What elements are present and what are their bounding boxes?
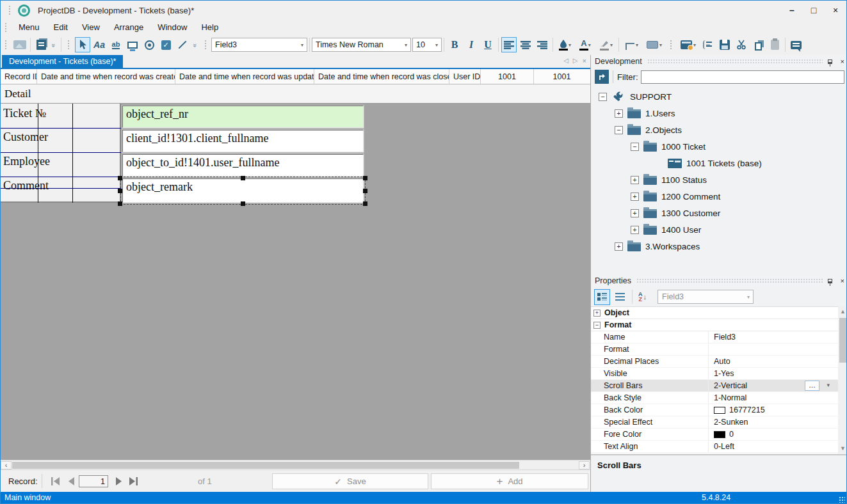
- radio-tool-button[interactable]: [141, 37, 157, 52]
- list-view-button[interactable]: [612, 289, 628, 305]
- combobox-tool-button[interactable]: [125, 37, 140, 52]
- property-row-scroll-bars[interactable]: Scroll Bars 2-Vertical … ▾: [591, 380, 839, 392]
- property-group-format[interactable]: − Format: [591, 319, 839, 331]
- close-button[interactable]: ×: [825, 1, 846, 20]
- column-header-created[interactable]: Date and time when record was created: [37, 69, 175, 84]
- properties-scrollbar[interactable]: ▲ ▼: [838, 306, 847, 453]
- tree-item-users[interactable]: + 1.Users: [591, 105, 847, 122]
- tree-item-1400-user[interactable]: + 1400 User: [591, 221, 847, 238]
- property-value[interactable]: Auto: [709, 357, 839, 366]
- copy-button[interactable]: [750, 37, 766, 52]
- tree-item-support[interactable]: − SUPPORT: [591, 88, 847, 105]
- paste-button[interactable]: [767, 37, 782, 52]
- form-design-canvas[interactable]: Ticket № Customer Employee Comment objec…: [1, 104, 590, 460]
- column-header-record-id[interactable]: Record ID: [1, 69, 37, 84]
- form-label-customer[interactable]: Customer: [3, 130, 48, 144]
- outline-group-button[interactable]: [700, 37, 716, 52]
- scroll-down-icon[interactable]: ▼: [838, 443, 847, 453]
- tab-scroll-right-icon[interactable]: ▷: [573, 57, 578, 65]
- property-row-format[interactable]: Format: [591, 343, 839, 356]
- property-row-text-align[interactable]: Text Align 0-Left: [591, 441, 839, 453]
- align-right-button[interactable]: [535, 37, 550, 52]
- selection-handle-ne[interactable]: [363, 176, 367, 180]
- add-record-button[interactable]: + Add: [431, 473, 588, 489]
- tree-item-1000-ticket[interactable]: − 1000 Ticket: [591, 138, 847, 155]
- scroll-up-icon[interactable]: ▲: [838, 306, 847, 317]
- categorized-view-button[interactable]: [594, 289, 610, 305]
- align-left-button[interactable]: [501, 37, 517, 52]
- selection-handle-w[interactable]: [118, 189, 122, 193]
- object-selector-combo[interactable]: Field3 ▾: [657, 290, 754, 304]
- collapse-expander-icon[interactable]: −: [593, 322, 601, 329]
- form-label-comment[interactable]: Comment: [3, 179, 49, 193]
- align-center-button[interactable]: [518, 37, 533, 52]
- textbox-tool-button[interactable]: ab: [108, 37, 124, 52]
- selection-handle-se[interactable]: [363, 201, 367, 206]
- property-value[interactable]: 2-Sunken: [709, 418, 839, 427]
- collapse-expander-icon[interactable]: −: [615, 126, 623, 134]
- expand-expander-icon[interactable]: +: [615, 109, 623, 118]
- tab-scroll-left-icon[interactable]: ◁: [563, 57, 569, 65]
- maximize-button[interactable]: □: [803, 1, 825, 20]
- column-header-1001-a[interactable]: 1001: [481, 69, 534, 84]
- select-cursor-button[interactable]: [75, 37, 90, 52]
- tab-close-icon[interactable]: ×: [583, 57, 586, 65]
- previous-record-button[interactable]: [65, 475, 77, 487]
- field-selector-combo[interactable]: Field3 ▾: [211, 38, 307, 52]
- field-object-remark[interactable]: object_remark: [122, 178, 364, 203]
- scroll-left-icon[interactable]: ‹: [1, 461, 12, 469]
- field-client-fullname[interactable]: client_id!1301.client_fullname: [122, 130, 364, 152]
- property-row-decimal-places[interactable]: Decimal Places Auto: [591, 356, 839, 368]
- expand-expander-icon[interactable]: +: [593, 310, 601, 317]
- property-value[interactable]: 1-Yes: [709, 369, 839, 378]
- tree-item-1300-customer[interactable]: + 1300 Customer: [591, 205, 847, 221]
- column-header-1001-b[interactable]: 1001: [534, 69, 590, 84]
- column-header-updated[interactable]: Date and time when record was updated: [175, 69, 314, 84]
- font-size-combo[interactable]: 10 ▾: [412, 38, 442, 52]
- close-pane-icon[interactable]: ×: [841, 58, 844, 65]
- menu-item-help[interactable]: Help: [194, 21, 225, 33]
- tree-item-1100-status[interactable]: + 1100 Status: [591, 171, 847, 188]
- cut-button[interactable]: [734, 37, 749, 52]
- resize-grip[interactable]: [839, 496, 845, 503]
- label-tool-button[interactable]: Aa: [92, 37, 107, 52]
- expand-expander-icon[interactable]: +: [631, 209, 639, 217]
- close-pane-icon[interactable]: ×: [841, 277, 844, 285]
- field-object-ref-nr[interactable]: object_ref_nr: [122, 106, 364, 128]
- shape-rect-button[interactable]: ▾: [643, 37, 665, 52]
- expand-expander-icon[interactable]: +: [631, 176, 639, 184]
- detail-band-header[interactable]: Detail: [1, 84, 590, 104]
- bold-button[interactable]: B: [447, 37, 462, 52]
- border-corner-button[interactable]: ▾: [622, 37, 642, 52]
- property-value[interactable]: Field3: [709, 333, 839, 342]
- tab-development-tickets[interactable]: Development - Tickets (base)*: [2, 55, 123, 68]
- pin-icon[interactable]: [828, 279, 832, 283]
- labels-grid[interactable]: Ticket № Customer Employee Comment: [1, 104, 121, 203]
- font-family-combo[interactable]: Times New Roman ▾: [312, 38, 411, 52]
- save-tool-button[interactable]: [717, 37, 732, 52]
- property-row-name[interactable]: Name Field3: [591, 331, 839, 343]
- form-label-employee[interactable]: Employee: [3, 155, 50, 168]
- selection-handle-n[interactable]: [241, 176, 245, 180]
- property-value[interactable]: 1-Normal: [709, 393, 839, 402]
- property-row-visible[interactable]: Visible 1-Yes: [591, 368, 839, 380]
- font-color-button[interactable]: A ▾: [576, 37, 595, 52]
- filter-input[interactable]: [641, 70, 844, 84]
- expand-expander-icon[interactable]: +: [631, 226, 639, 234]
- menu-item-menu[interactable]: Menu: [12, 21, 47, 33]
- property-row-special-effect[interactable]: Special Effect 2-Sunken: [591, 416, 839, 429]
- form-horizontal-scrollbar[interactable]: ‹ ›: [1, 460, 590, 469]
- highlight-button[interactable]: ▾: [597, 37, 616, 52]
- column-header-user-id[interactable]: User ID: [449, 69, 481, 84]
- comment-tool-button[interactable]: [788, 37, 803, 52]
- underline-button[interactable]: U: [480, 37, 496, 52]
- property-group-object[interactable]: + Object: [591, 307, 839, 319]
- property-row-back-style[interactable]: Back Style 1-Normal: [591, 392, 839, 404]
- checkbox-tool-button[interactable]: ✓: [158, 37, 173, 52]
- sort-alphabetical-button[interactable]: AZ ↓: [634, 289, 650, 305]
- menu-item-edit[interactable]: Edit: [47, 21, 75, 33]
- toolbar-overflow-button[interactable]: »: [50, 37, 58, 52]
- form-window-button[interactable]: ▾: [677, 37, 699, 52]
- menu-item-window[interactable]: Window: [150, 21, 194, 33]
- next-record-button[interactable]: [112, 475, 125, 487]
